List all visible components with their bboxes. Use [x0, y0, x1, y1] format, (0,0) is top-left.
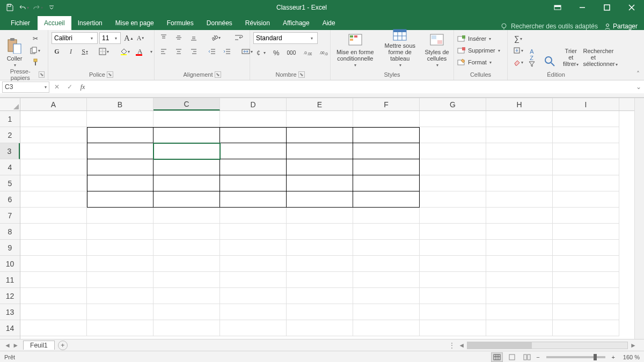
column-header[interactable]: C — [153, 98, 220, 110]
cell[interactable] — [87, 288, 153, 304]
cell[interactable] — [486, 304, 553, 320]
cell[interactable] — [220, 111, 287, 127]
insert-cells-button[interactable]: Insérer▾ — [457, 33, 504, 44]
sheet-nav-buttons[interactable]: ◄ ► — [0, 342, 23, 349]
decrease-indent-button[interactable] — [206, 46, 218, 57]
cell[interactable] — [553, 159, 619, 175]
cell[interactable] — [486, 224, 553, 240]
row-header[interactable]: 11 — [0, 272, 20, 288]
cell[interactable] — [220, 127, 287, 143]
italic-button[interactable]: I — [65, 46, 76, 57]
collapse-ribbon-icon[interactable]: ˄ — [636, 70, 640, 78]
cell[interactable] — [420, 191, 486, 208]
cell[interactable] — [353, 175, 420, 191]
formula-input[interactable] — [89, 81, 633, 93]
page-break-view-button[interactable] — [521, 352, 533, 362]
row-header[interactable]: 3 — [0, 143, 20, 159]
autosum-button[interactable]: ∑▾ — [511, 33, 525, 44]
cell[interactable] — [20, 191, 87, 208]
cell[interactable] — [353, 224, 420, 240]
cell[interactable] — [153, 224, 220, 240]
cell[interactable] — [153, 272, 220, 288]
format-cells-button[interactable]: Format▾ — [457, 57, 504, 68]
cell[interactable] — [553, 240, 619, 256]
minimize-icon[interactable] — [570, 0, 595, 15]
cell[interactable] — [353, 240, 420, 256]
undo-icon[interactable]: ▾ — [17, 1, 30, 14]
cell[interactable] — [420, 111, 486, 127]
cell[interactable] — [220, 240, 287, 256]
column-header[interactable]: A — [20, 98, 87, 110]
cell[interactable] — [553, 320, 619, 336]
cell[interactable] — [486, 143, 553, 159]
close-icon[interactable] — [619, 0, 644, 15]
cell[interactable] — [420, 304, 486, 320]
copy-button[interactable]: ▾ — [28, 45, 42, 56]
cell[interactable] — [153, 208, 220, 224]
cell[interactable] — [20, 143, 87, 159]
normal-view-button[interactable] — [491, 352, 503, 362]
save-icon[interactable] — [3, 1, 16, 14]
cell[interactable] — [353, 256, 420, 272]
cell[interactable] — [287, 175, 353, 191]
align-left-button[interactable] — [158, 46, 170, 57]
cell[interactable] — [353, 191, 420, 208]
tab-layout[interactable]: Mise en page — [109, 16, 160, 30]
column-header[interactable]: B — [87, 98, 153, 110]
cell[interactable] — [20, 288, 87, 304]
cell[interactable] — [353, 288, 420, 304]
cell[interactable] — [553, 304, 619, 320]
increase-indent-button[interactable] — [221, 46, 233, 57]
increase-decimal-button[interactable]: .0.00 — [301, 47, 314, 58]
cell[interactable] — [553, 191, 619, 208]
tab-split-handle[interactable]: ⋮ — [445, 342, 458, 349]
cell[interactable] — [486, 159, 553, 175]
horizontal-scrollbar[interactable] — [467, 342, 628, 349]
cell[interactable] — [287, 304, 353, 320]
find-select-button[interactable]: Rechercher et sélectionner▾ — [583, 48, 603, 68]
cell[interactable] — [420, 175, 486, 191]
cell[interactable] — [20, 272, 87, 288]
cell[interactable] — [20, 159, 87, 175]
tab-help[interactable]: Aide — [316, 16, 342, 30]
cell[interactable] — [287, 143, 353, 159]
paste-button[interactable]: Coller ▾ — [3, 32, 26, 68]
cell[interactable] — [486, 111, 553, 127]
cell[interactable] — [220, 143, 287, 159]
cell[interactable] — [553, 272, 619, 288]
zoom-out-button[interactable]: − — [536, 354, 539, 360]
cell[interactable] — [287, 256, 353, 272]
cell-styles-button[interactable]: Styles de cellules▾ — [423, 32, 450, 68]
conditional-formatting-button[interactable]: Mise en forme conditionnelle▾ — [334, 32, 377, 68]
cell[interactable] — [553, 224, 619, 240]
column-header[interactable]: I — [553, 98, 619, 110]
cell[interactable] — [486, 175, 553, 191]
cell[interactable] — [87, 127, 153, 143]
font-color-button[interactable]: A▾ — [135, 46, 155, 57]
cell[interactable] — [353, 159, 420, 175]
format-as-table-button[interactable]: Mettre sous forme de tableau▾ — [379, 32, 422, 68]
zoom-slider[interactable] — [546, 356, 605, 358]
bold-button[interactable]: G — [52, 46, 62, 57]
cell[interactable] — [87, 272, 153, 288]
column-headers[interactable]: ABCDEFGHI — [20, 98, 634, 111]
cell[interactable] — [220, 256, 287, 272]
cell[interactable] — [20, 224, 87, 240]
row-header[interactable]: 8 — [0, 224, 20, 240]
cell[interactable] — [486, 272, 553, 288]
row-header[interactable]: 1 — [0, 111, 20, 127]
comma-format-button[interactable]: 000 — [285, 47, 298, 58]
borders-button[interactable]: ▾ — [97, 46, 111, 57]
cell[interactable] — [287, 272, 353, 288]
cell[interactable] — [353, 111, 420, 127]
fill-color-button[interactable]: ▾ — [118, 46, 132, 57]
cell[interactable] — [553, 127, 619, 143]
cell[interactable] — [153, 175, 220, 191]
cell[interactable] — [420, 127, 486, 143]
cell[interactable] — [153, 111, 220, 127]
cell[interactable] — [287, 127, 353, 143]
cell[interactable] — [353, 272, 420, 288]
cell[interactable] — [287, 240, 353, 256]
decrease-decimal-button[interactable]: .00.0 — [317, 47, 330, 58]
align-right-button[interactable] — [188, 46, 200, 57]
